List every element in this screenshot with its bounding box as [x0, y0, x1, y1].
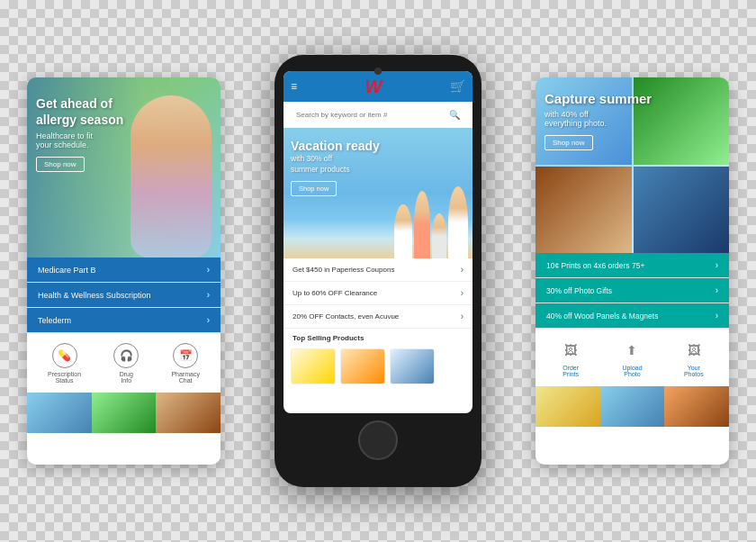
- left-menu-item[interactable]: Medicare Part B ›: [27, 257, 220, 283]
- phone-right: Capture summer with 40% off everything p…: [536, 77, 729, 465]
- phone-center-device: ≡ W 🛒 🔍 Vac: [274, 55, 482, 487]
- right-arrow-icon: ›: [716, 285, 718, 295]
- center-menu-list: Get $450 in Paperless Coupons › Up to 60…: [284, 258, 472, 329]
- left-hero-woman-image: [130, 95, 212, 257]
- right-hero-banner: Capture summer with 40% off everything p…: [536, 77, 729, 253]
- left-menu-label: Telederm: [38, 316, 71, 325]
- product-thumbnail[interactable]: [340, 348, 385, 384]
- upload-photo-button[interactable]: ⬆ UploadPhoto: [620, 339, 644, 377]
- products-row: [284, 345, 472, 388]
- phone-left: Get ahead of allergy season Healthcare t…: [27, 77, 220, 465]
- left-menu-label: Health & Wellness Subscription: [38, 291, 150, 300]
- pharmacy-chat-icon: 📅: [173, 343, 198, 368]
- left-hero-text-block: Get ahead of allergy season Healthcare t…: [36, 95, 123, 172]
- right-menu-label: 30% off Photo Gifts: [546, 286, 612, 295]
- order-prints-button[interactable]: 🖼 OrderPrints: [559, 339, 582, 377]
- home-button[interactable]: [358, 420, 398, 460]
- right-arrow-icon: ›: [461, 312, 464, 321]
- left-hero-heading: Get ahead of allergy season: [36, 95, 123, 128]
- person-figure: [414, 191, 430, 258]
- cart-icon[interactable]: 🛒: [450, 79, 465, 94]
- right-icon-label: YourPhotos: [684, 365, 704, 377]
- center-hero-banner: Vacation ready with 30% off summer produ…: [284, 128, 472, 258]
- center-hero-heading: Vacation ready: [291, 139, 380, 154]
- photo-thumb: [600, 386, 665, 427]
- right-shop-now-button[interactable]: Shop now: [544, 135, 593, 150]
- right-arrow-icon: ›: [207, 265, 210, 275]
- walgreens-logo: W: [361, 77, 386, 95]
- photo-thumb: [664, 386, 729, 427]
- product-thumbnail[interactable]: [390, 348, 435, 384]
- top-selling-heading: Top Selling Products: [284, 329, 472, 345]
- collage-cell: [536, 167, 632, 254]
- right-menu-item[interactable]: 30% off Photo Gifts ›: [536, 278, 729, 303]
- walgreens-header: ≡ W 🛒: [284, 71, 472, 102]
- photo-thumb: [92, 393, 157, 433]
- right-arrow-icon: ›: [461, 288, 464, 298]
- left-shop-now-button[interactable]: Shop now: [36, 157, 85, 172]
- prescription-icon: 💊: [52, 343, 77, 368]
- center-hero-subtext: with 30% off summer products: [291, 154, 380, 176]
- right-icon-label: OrderPrints: [562, 365, 579, 377]
- pharmacy-chat-button[interactable]: 📅 PharmacyChat: [171, 343, 200, 384]
- search-bar[interactable]: 🔍: [289, 106, 467, 123]
- search-input[interactable]: [296, 111, 446, 119]
- center-menu-item[interactable]: Up to 60% OFF Clearance ›: [284, 282, 472, 305]
- your-photos-button[interactable]: 🖼 YourPhotos: [682, 339, 706, 377]
- left-hero-subtext: Healthcare to fit your schedule.: [36, 131, 123, 149]
- right-menu-list: 10¢ Prints on 4x6 orders 75+ › 30% off P…: [536, 253, 729, 329]
- right-bottom-nav: 🖼 OrderPrints ⬆ UploadPhoto 🖼 YourPhotos: [536, 329, 729, 386]
- drug-info-button[interactable]: 🎧 DrugInfo: [113, 343, 139, 384]
- order-prints-icon: 🖼: [559, 339, 582, 362]
- right-arrow-icon: ›: [207, 315, 210, 325]
- right-arrow-icon: ›: [716, 260, 718, 270]
- left-icon-label: DrugInfo: [120, 371, 133, 384]
- search-icon: 🔍: [449, 110, 460, 120]
- center-menu-label: 20% OFF Contacts, even Acuvue: [292, 312, 399, 321]
- photo-thumb: [536, 386, 600, 427]
- right-arrow-icon: ›: [461, 265, 464, 275]
- left-icon-label: PharmacyChat: [171, 371, 200, 384]
- center-menu-item[interactable]: Get $450 in Paperless Coupons ›: [284, 258, 472, 282]
- left-hero-banner: Get ahead of allergy season Healthcare t…: [27, 77, 220, 257]
- right-menu-item[interactable]: 10¢ Prints on 4x6 orders 75+ ›: [536, 253, 729, 278]
- person-figure: [394, 204, 412, 258]
- left-bottom-nav: 💊 PrescriptionStatus 🎧 DrugInfo 📅 Pharma…: [27, 333, 220, 393]
- phone-center-screen: ≡ W 🛒 🔍 Vac: [284, 71, 472, 413]
- left-menu-item[interactable]: Telederm ›: [27, 308, 220, 333]
- photo-thumb: [27, 393, 92, 433]
- left-icon-label: PrescriptionStatus: [48, 371, 81, 384]
- hero-family-image: [394, 186, 468, 258]
- person-figure: [448, 186, 468, 258]
- photo-thumb: [156, 393, 220, 433]
- hamburger-menu-icon[interactable]: ≡: [291, 80, 297, 93]
- left-menu-item[interactable]: Health & Wellness Subscription ›: [27, 283, 220, 308]
- upload-icon: ⬆: [620, 339, 644, 362]
- right-arrow-icon: ›: [207, 290, 210, 300]
- left-menu-list: Medicare Part B › Health & Wellness Subs…: [27, 257, 220, 333]
- center-menu-label: Get $450 in Paperless Coupons: [292, 266, 394, 274]
- center-menu-item[interactable]: 20% OFF Contacts, even Acuvue ›: [284, 305, 472, 329]
- right-hero-subtext: with 40% off everything photo.: [544, 110, 652, 128]
- right-hero-text-block: Capture summer with 40% off everything p…: [544, 91, 652, 150]
- walgreens-w-icon: W: [365, 77, 382, 97]
- right-photo-strip: [536, 386, 729, 427]
- right-menu-item[interactable]: 40% off Wood Panels & Magnets ›: [536, 303, 729, 329]
- right-arrow-icon: ›: [716, 311, 718, 321]
- right-icon-label: UploadPhoto: [622, 365, 642, 377]
- right-menu-label: 40% off Wood Panels & Magnets: [546, 312, 658, 321]
- drug-info-icon: 🎧: [113, 343, 139, 368]
- left-photo-strip: [27, 393, 220, 433]
- product-thumbnail[interactable]: [291, 348, 336, 384]
- center-hero-text: Vacation ready with 30% off summer produ…: [291, 139, 380, 196]
- person-figure: [432, 213, 446, 258]
- your-photos-icon: 🖼: [682, 339, 706, 362]
- center-shop-now-button[interactable]: Shop now: [291, 181, 337, 196]
- prescription-status-button[interactable]: 💊 PrescriptionStatus: [48, 343, 81, 384]
- center-menu-label: Up to 60% OFF Clearance: [292, 289, 377, 297]
- collage-cell: [634, 167, 730, 254]
- right-menu-label: 10¢ Prints on 4x6 orders 75+: [546, 261, 644, 270]
- phone-center-wrap: ≡ W 🛒 🔍 Vac: [274, 55, 482, 487]
- right-hero-heading: Capture summer: [544, 91, 652, 107]
- left-menu-label: Medicare Part B: [38, 266, 96, 275]
